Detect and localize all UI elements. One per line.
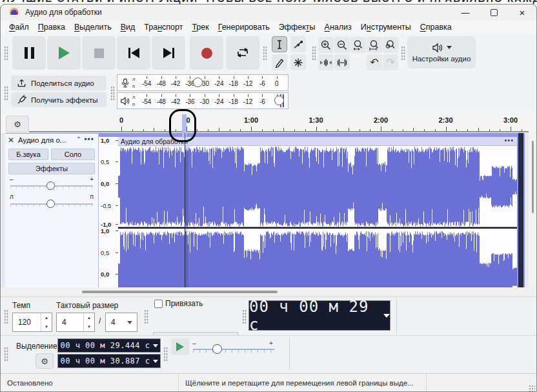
close-button[interactable]: × (508, 5, 536, 21)
trim-audio-icon (320, 57, 332, 68)
horizontal-scrollbar[interactable] (1, 287, 536, 296)
menu-item-Правка[interactable]: Правка (34, 23, 70, 32)
undo-button[interactable]: ↶ (367, 54, 382, 70)
share-audio-button[interactable]: Поделиться аудио (11, 76, 106, 90)
time-ruler[interactable]: 0301:001:302:002:303:00 (29, 113, 529, 132)
skip-to-end-button[interactable] (152, 36, 185, 70)
play-speed-thumb[interactable] (212, 344, 222, 354)
spin-up-icon[interactable]: ▲ (84, 313, 94, 322)
spin-down-icon[interactable]: ▼ (41, 322, 52, 331)
get-effects-button[interactable]: Получить эффекты (11, 92, 106, 107)
vertical-scale-ruler[interactable]: 1,00,50,0-0,5-1,01,00,50,0 (99, 133, 118, 287)
zoom-selection-button[interactable] (350, 37, 366, 53)
ruler-tick (165, 129, 165, 131)
trim-audio-button[interactable] (318, 54, 334, 70)
selection-start-field[interactable]: 00 ч 00 м 29.444 с (57, 338, 161, 353)
draw-tool-button[interactable] (272, 54, 287, 70)
selection-ibeam-icon (275, 39, 284, 50)
time-signature-lower-dropdown[interactable]: 4 (105, 313, 137, 332)
selection-tool-button[interactable] (272, 36, 287, 52)
horizontal-scrollbar-thumb[interactable] (82, 291, 278, 293)
ruler-tick (208, 129, 208, 131)
selection-options-button[interactable]: ⚙ (35, 353, 54, 369)
tempo-spinner[interactable]: 120 ▲▼ (12, 313, 52, 332)
waveform-display[interactable] (118, 146, 517, 287)
zoom-toggle-button[interactable] (383, 37, 398, 53)
recording-volume-thumb[interactable] (193, 77, 203, 87)
menu-item-Транспорт[interactable]: Транспорт (139, 23, 187, 32)
menu-item-Анализ[interactable]: Анализ (320, 23, 356, 32)
zoom-in-button[interactable] (318, 37, 334, 53)
vertical-scrollbar[interactable] (529, 133, 537, 287)
track-menu-icon[interactable]: ••• (84, 135, 94, 144)
toolbar-grip[interactable] (312, 46, 316, 60)
toolbar-grip[interactable] (110, 86, 115, 100)
selection-end-field[interactable]: 00 ч 00 м 30.887 с (57, 354, 161, 368)
window-resize-grip[interactable] (529, 385, 535, 391)
audio-position-display[interactable]: 00 ч 00 м 29 с (248, 300, 390, 331)
playback-volume-thumb[interactable] (274, 96, 284, 105)
track-name[interactable]: Аудио для о... (18, 136, 66, 144)
timeline-options-button[interactable]: ⚙ (6, 116, 29, 132)
playback-meter[interactable]: лп -54-48-42-36-30-24-18-12-60 (117, 92, 289, 109)
menu-item-Выделить[interactable]: Выделить (70, 23, 116, 32)
ruler-tick (370, 129, 370, 131)
toolbar-grip[interactable] (163, 347, 168, 361)
effects-button[interactable]: Эффекты (8, 163, 95, 174)
toolbar-grip[interactable] (4, 347, 8, 361)
silence-audio-button[interactable] (334, 54, 350, 70)
pan-slider-thumb[interactable] (46, 200, 55, 208)
toolbar-grip[interactable] (242, 309, 247, 324)
solo-button[interactable]: Соло (51, 149, 95, 160)
record-button[interactable] (190, 36, 223, 70)
envelope-tool-button[interactable] (290, 36, 306, 52)
spin-down-icon[interactable]: ▼ (84, 322, 94, 331)
toolbar-grip[interactable] (263, 46, 267, 60)
minimize-button[interactable]: — (451, 5, 480, 21)
menu-item-Инструменты[interactable]: Инструменты (356, 23, 416, 32)
maximize-button[interactable] (480, 5, 508, 21)
play-at-speed-button[interactable] (171, 338, 189, 355)
recording-meter[interactable]: лп -54-48-42-36-30-24-18-12-60 (117, 74, 289, 91)
zoom-out-button[interactable] (334, 37, 350, 53)
menu-item-Справка[interactable]: Справка (416, 23, 456, 32)
multi-tool-button[interactable] (290, 54, 306, 70)
vertical-scrollbar-thumb[interactable] (532, 141, 534, 213)
toolbar-grip[interactable] (4, 46, 8, 60)
menu-item-Вид[interactable]: Вид (116, 23, 140, 32)
snap-checkbox[interactable] (154, 300, 163, 308)
menu-item-Файл[interactable]: Файл (5, 23, 34, 32)
pause-button[interactable] (12, 36, 46, 70)
time-signature-upper[interactable]: 4 (57, 313, 83, 331)
track-close-icon[interactable]: ✕ (8, 136, 14, 145)
clip-header[interactable]: Аудио для обработки ••• (118, 137, 517, 146)
mute-button[interactable]: Б.звука (8, 149, 48, 160)
clip-title: Аудио для обработки (121, 138, 188, 145)
audio-setup-button[interactable]: Настройки аудио (407, 36, 476, 68)
time-signature-upper-spinner[interactable]: 4 ▲▼ (56, 313, 95, 332)
speed-minus-label: – (192, 340, 196, 347)
collapse-icon[interactable]: ⌃ (76, 136, 81, 143)
toolbar-grip[interactable] (4, 309, 8, 324)
menu-item-Эффекты[interactable]: Эффекты (274, 23, 320, 32)
selection-end-value: 00 ч 00 м 30.887 с (60, 356, 150, 366)
toolbar-grip[interactable] (4, 86, 8, 100)
skip-to-start-button[interactable] (117, 36, 150, 70)
play-button[interactable] (47, 36, 81, 70)
loop-button[interactable] (226, 36, 259, 70)
ruler-tick (403, 129, 403, 131)
meter-scale-value: -12 (241, 75, 255, 90)
stop-button[interactable] (82, 36, 116, 70)
toolbar-grip[interactable] (144, 309, 148, 324)
spin-up-icon[interactable]: ▲ (41, 313, 52, 322)
zoom-fit-button[interactable] (367, 37, 382, 53)
clip-menu-icon[interactable]: ••• (504, 136, 514, 144)
gain-slider-thumb[interactable] (46, 181, 55, 190)
play-speed-slider[interactable] (193, 349, 274, 353)
menu-item-Трек[interactable]: Трек (187, 23, 213, 32)
ruler-tick (154, 128, 154, 131)
menu-item-Генерировать[interactable]: Генерировать (214, 23, 274, 32)
redo-button[interactable]: ↷ (383, 54, 398, 70)
toolbar-grip[interactable] (401, 46, 405, 60)
tempo-value[interactable]: 120 (13, 313, 41, 331)
